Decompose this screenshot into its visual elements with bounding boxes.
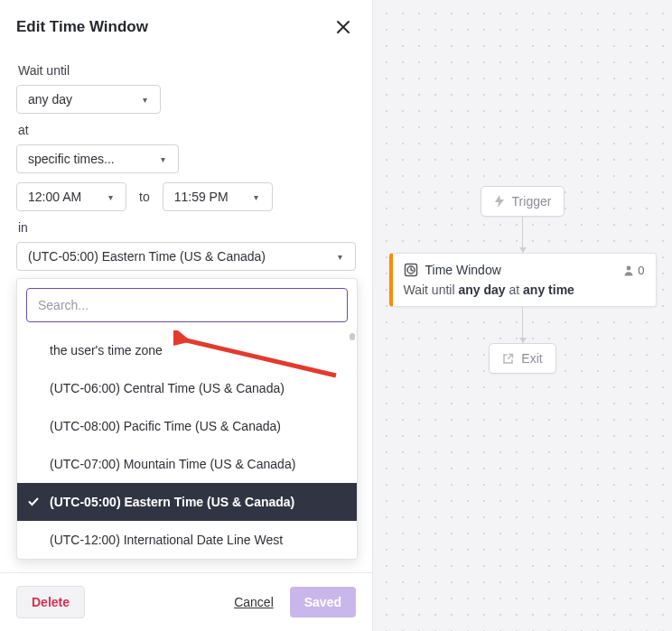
external-link-icon <box>502 353 514 365</box>
panel-footer: Delete Cancel Saved <box>0 572 372 631</box>
time-from-value: 12:00 AM <box>28 190 81 204</box>
wait-until-label: Wait until <box>18 63 356 78</box>
trigger-label: Trigger <box>512 194 552 209</box>
card-count: 0 <box>623 264 644 277</box>
bolt-icon <box>494 195 505 208</box>
chevron-down-icon: ▾ <box>154 152 171 166</box>
saved-button[interactable]: Saved <box>290 587 356 617</box>
dropdown-item[interactable]: (UTC-08:00) Pacific Time (US & Canada) <box>17 407 357 445</box>
card-body: Wait until any day at any time <box>404 283 645 297</box>
card-count-value: 0 <box>638 264 644 277</box>
workflow-canvas[interactable]: Trigger Time Window 0 Wait until any day… <box>373 0 672 631</box>
day-select-value: any day <box>28 92 72 107</box>
dropdown-item-label: (UTC-07:00) Mountain Time (US & Canada) <box>50 457 295 471</box>
trigger-node[interactable]: Trigger <box>481 186 565 217</box>
time-mode-select[interactable]: specific times... ▾ <box>16 144 179 173</box>
dropdown-item-label: (UTC-12:00) International Date Line West <box>50 533 283 547</box>
at-label: at <box>18 123 356 137</box>
card-body-bold1: any day <box>458 283 505 297</box>
card-body-mid: at <box>506 283 523 297</box>
time-from-select[interactable]: 12:00 AM ▾ <box>16 182 126 211</box>
timezone-select[interactable]: (UTC-05:00) Eastern Time (US & Canada) ▾ <box>16 242 356 271</box>
dropdown-item-label: (UTC-08:00) Pacific Time (US & Canada) <box>50 419 281 433</box>
dropdown-item[interactable]: (UTC-12:00) International Date Line West <box>17 521 357 559</box>
time-to-value: 11:59 PM <box>174 190 229 204</box>
dropdown-list[interactable]: the user's time zone (UTC-06:00) Central… <box>17 331 357 559</box>
delete-button[interactable]: Delete <box>16 586 85 618</box>
footer-right: Cancel Saved <box>234 587 356 617</box>
timezone-select-value: (UTC-05:00) Eastern Time (US & Canada) <box>28 249 266 264</box>
chevron-down-icon: ▾ <box>331 249 348 264</box>
card-title: Time Window <box>425 263 501 277</box>
clock-icon <box>404 263 418 277</box>
timezone-dropdown: the user's time zone (UTC-06:00) Central… <box>16 278 358 560</box>
time-to-select[interactable]: 11:59 PM ▾ <box>163 182 273 211</box>
dropdown-item[interactable]: the user's time zone <box>17 331 357 369</box>
close-button[interactable] <box>331 14 356 40</box>
dropdown-item-selected[interactable]: (UTC-05:00) Eastern Time (US & Canada) <box>17 483 357 521</box>
dropdown-item[interactable]: (UTC-07:00) Mountain Time (US & Canada) <box>17 445 357 483</box>
chevron-down-icon: ▾ <box>102 190 118 204</box>
time-range-row: 12:00 AM ▾ to 11:59 PM ▾ <box>16 182 356 211</box>
dropdown-item-label: (UTC-06:00) Central Time (US & Canada) <box>50 381 285 395</box>
check-icon <box>28 497 39 506</box>
close-icon <box>335 19 351 35</box>
cancel-link[interactable]: Cancel <box>234 595 274 609</box>
card-body-bold2: any time <box>523 283 574 297</box>
in-label: in <box>18 220 356 235</box>
chevron-down-icon: ▾ <box>248 190 265 204</box>
panel-header: Edit Time Window <box>0 0 372 49</box>
day-select[interactable]: any day ▾ <box>16 85 161 114</box>
scrollbar[interactable] <box>350 333 355 340</box>
chevron-down-icon: ▾ <box>136 92 153 107</box>
to-label: to <box>139 190 150 204</box>
panel-body: Wait until any day ▾ at specific times..… <box>0 49 372 276</box>
page-title: Edit Time Window <box>16 18 148 36</box>
card-body-prefix: Wait until <box>404 283 459 297</box>
dropdown-item-label: the user's time zone <box>50 343 163 357</box>
svg-point-4 <box>627 265 631 270</box>
exit-node[interactable]: Exit <box>489 343 555 374</box>
time-row: specific times... ▾ <box>16 144 356 173</box>
exit-label: Exit <box>521 351 542 366</box>
flow: Trigger Time Window 0 Wait until any day… <box>373 186 672 374</box>
dropdown-item-label: (UTC-05:00) Eastern Time (US & Canada) <box>50 495 294 509</box>
person-icon <box>623 264 634 276</box>
search-input[interactable] <box>26 288 348 322</box>
dropdown-item[interactable]: (UTC-06:00) Central Time (US & Canada) <box>17 369 357 407</box>
connector <box>522 307 523 343</box>
time-mode-value: specific times... <box>28 152 115 166</box>
dropdown-search <box>17 279 357 331</box>
time-window-card[interactable]: Time Window 0 Wait until any day at any … <box>389 253 657 307</box>
card-header: Time Window 0 <box>404 263 645 277</box>
connector <box>522 217 523 253</box>
